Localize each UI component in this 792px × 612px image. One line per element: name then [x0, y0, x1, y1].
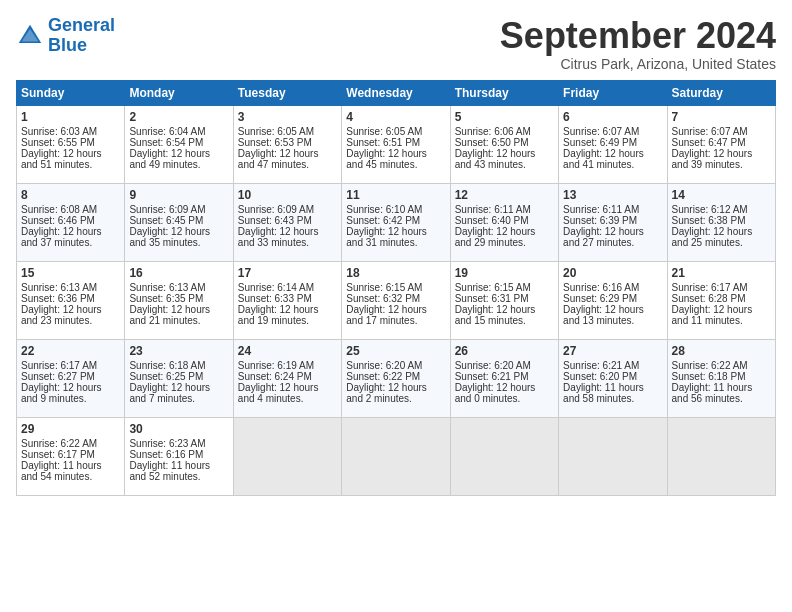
calendar-cell: [342, 417, 450, 495]
page-container: General Blue September 2024 Citrus Park,…: [0, 0, 792, 504]
sunset-label: Sunset: 6:53 PM: [238, 137, 312, 148]
sunset-label: Sunset: 6:35 PM: [129, 293, 203, 304]
sunset-label: Sunset: 6:25 PM: [129, 371, 203, 382]
sunrise-label: Sunrise: 6:11 AM: [563, 204, 639, 215]
sunset-label: Sunset: 6:51 PM: [346, 137, 420, 148]
calendar-cell: 17Sunrise: 6:14 AMSunset: 6:33 PMDayligh…: [233, 261, 341, 339]
daylight-label: Daylight: 12 hours and 19 minutes.: [238, 304, 319, 326]
daylight-label: Daylight: 12 hours and 33 minutes.: [238, 226, 319, 248]
calendar-cell: 21Sunrise: 6:17 AMSunset: 6:28 PMDayligh…: [667, 261, 775, 339]
daylight-label: Daylight: 12 hours and 27 minutes.: [563, 226, 644, 248]
sunset-label: Sunset: 6:24 PM: [238, 371, 312, 382]
day-number: 12: [455, 188, 554, 202]
calendar-cell: [450, 417, 558, 495]
day-number: 30: [129, 422, 228, 436]
day-number: 23: [129, 344, 228, 358]
daylight-label: Daylight: 11 hours and 56 minutes.: [672, 382, 753, 404]
day-number: 29: [21, 422, 120, 436]
calendar-cell: 4Sunrise: 6:05 AMSunset: 6:51 PMDaylight…: [342, 105, 450, 183]
day-number: 13: [563, 188, 662, 202]
day-number: 5: [455, 110, 554, 124]
sunset-label: Sunset: 6:54 PM: [129, 137, 203, 148]
calendar-week-4: 22Sunrise: 6:17 AMSunset: 6:27 PMDayligh…: [17, 339, 776, 417]
daylight-label: Daylight: 12 hours and 13 minutes.: [563, 304, 644, 326]
calendar-cell: 6Sunrise: 6:07 AMSunset: 6:49 PMDaylight…: [559, 105, 667, 183]
day-number: 16: [129, 266, 228, 280]
sunrise-label: Sunrise: 6:04 AM: [129, 126, 205, 137]
col-friday: Friday: [559, 80, 667, 105]
day-number: 6: [563, 110, 662, 124]
sunrise-label: Sunrise: 6:05 AM: [346, 126, 422, 137]
day-number: 25: [346, 344, 445, 358]
sunset-label: Sunset: 6:29 PM: [563, 293, 637, 304]
sunrise-label: Sunrise: 6:21 AM: [563, 360, 639, 371]
col-tuesday: Tuesday: [233, 80, 341, 105]
day-number: 2: [129, 110, 228, 124]
daylight-label: Daylight: 12 hours and 9 minutes.: [21, 382, 102, 404]
calendar-cell: 7Sunrise: 6:07 AMSunset: 6:47 PMDaylight…: [667, 105, 775, 183]
sunrise-label: Sunrise: 6:17 AM: [21, 360, 97, 371]
calendar-cell: 22Sunrise: 6:17 AMSunset: 6:27 PMDayligh…: [17, 339, 125, 417]
calendar-cell: 13Sunrise: 6:11 AMSunset: 6:39 PMDayligh…: [559, 183, 667, 261]
sunrise-label: Sunrise: 6:18 AM: [129, 360, 205, 371]
day-number: 26: [455, 344, 554, 358]
col-wednesday: Wednesday: [342, 80, 450, 105]
calendar-cell: [233, 417, 341, 495]
daylight-label: Daylight: 12 hours and 35 minutes.: [129, 226, 210, 248]
daylight-label: Daylight: 12 hours and 4 minutes.: [238, 382, 319, 404]
sunset-label: Sunset: 6:22 PM: [346, 371, 420, 382]
daylight-label: Daylight: 12 hours and 43 minutes.: [455, 148, 536, 170]
sunset-label: Sunset: 6:49 PM: [563, 137, 637, 148]
calendar-table: Sunday Monday Tuesday Wednesday Thursday…: [16, 80, 776, 496]
calendar-cell: 28Sunrise: 6:22 AMSunset: 6:18 PMDayligh…: [667, 339, 775, 417]
logo-icon: [16, 22, 44, 50]
sunset-label: Sunset: 6:38 PM: [672, 215, 746, 226]
day-number: 17: [238, 266, 337, 280]
header-row: Sunday Monday Tuesday Wednesday Thursday…: [17, 80, 776, 105]
calendar-cell: 5Sunrise: 6:06 AMSunset: 6:50 PMDaylight…: [450, 105, 558, 183]
sunrise-label: Sunrise: 6:23 AM: [129, 438, 205, 449]
daylight-label: Daylight: 12 hours and 25 minutes.: [672, 226, 753, 248]
day-number: 28: [672, 344, 771, 358]
sunrise-label: Sunrise: 6:15 AM: [455, 282, 531, 293]
sunrise-label: Sunrise: 6:07 AM: [563, 126, 639, 137]
location: Citrus Park, Arizona, United States: [500, 56, 776, 72]
daylight-label: Daylight: 12 hours and 2 minutes.: [346, 382, 427, 404]
daylight-label: Daylight: 12 hours and 41 minutes.: [563, 148, 644, 170]
col-sunday: Sunday: [17, 80, 125, 105]
daylight-label: Daylight: 12 hours and 31 minutes.: [346, 226, 427, 248]
calendar-cell: 18Sunrise: 6:15 AMSunset: 6:32 PMDayligh…: [342, 261, 450, 339]
sunset-label: Sunset: 6:36 PM: [21, 293, 95, 304]
sunrise-label: Sunrise: 6:13 AM: [129, 282, 205, 293]
sunset-label: Sunset: 6:55 PM: [21, 137, 95, 148]
col-thursday: Thursday: [450, 80, 558, 105]
day-number: 21: [672, 266, 771, 280]
calendar-cell: 1Sunrise: 6:03 AMSunset: 6:55 PMDaylight…: [17, 105, 125, 183]
sunrise-label: Sunrise: 6:22 AM: [672, 360, 748, 371]
day-number: 11: [346, 188, 445, 202]
daylight-label: Daylight: 12 hours and 15 minutes.: [455, 304, 536, 326]
daylight-label: Daylight: 12 hours and 7 minutes.: [129, 382, 210, 404]
calendar-cell: 3Sunrise: 6:05 AMSunset: 6:53 PMDaylight…: [233, 105, 341, 183]
day-number: 22: [21, 344, 120, 358]
calendar-cell: 12Sunrise: 6:11 AMSunset: 6:40 PMDayligh…: [450, 183, 558, 261]
col-monday: Monday: [125, 80, 233, 105]
sunset-label: Sunset: 6:20 PM: [563, 371, 637, 382]
sunset-label: Sunset: 6:28 PM: [672, 293, 746, 304]
day-number: 27: [563, 344, 662, 358]
daylight-label: Daylight: 12 hours and 0 minutes.: [455, 382, 536, 404]
sunrise-label: Sunrise: 6:10 AM: [346, 204, 422, 215]
sunset-label: Sunset: 6:27 PM: [21, 371, 95, 382]
sunrise-label: Sunrise: 6:05 AM: [238, 126, 314, 137]
sunset-label: Sunset: 6:31 PM: [455, 293, 529, 304]
day-number: 1: [21, 110, 120, 124]
calendar-cell: [667, 417, 775, 495]
calendar-week-3: 15Sunrise: 6:13 AMSunset: 6:36 PMDayligh…: [17, 261, 776, 339]
logo-text: General Blue: [48, 16, 115, 56]
daylight-label: Daylight: 12 hours and 45 minutes.: [346, 148, 427, 170]
sunrise-label: Sunrise: 6:12 AM: [672, 204, 748, 215]
daylight-label: Daylight: 12 hours and 47 minutes.: [238, 148, 319, 170]
daylight-label: Daylight: 11 hours and 54 minutes.: [21, 460, 102, 482]
sunset-label: Sunset: 6:17 PM: [21, 449, 95, 460]
calendar-cell: 10Sunrise: 6:09 AMSunset: 6:43 PMDayligh…: [233, 183, 341, 261]
